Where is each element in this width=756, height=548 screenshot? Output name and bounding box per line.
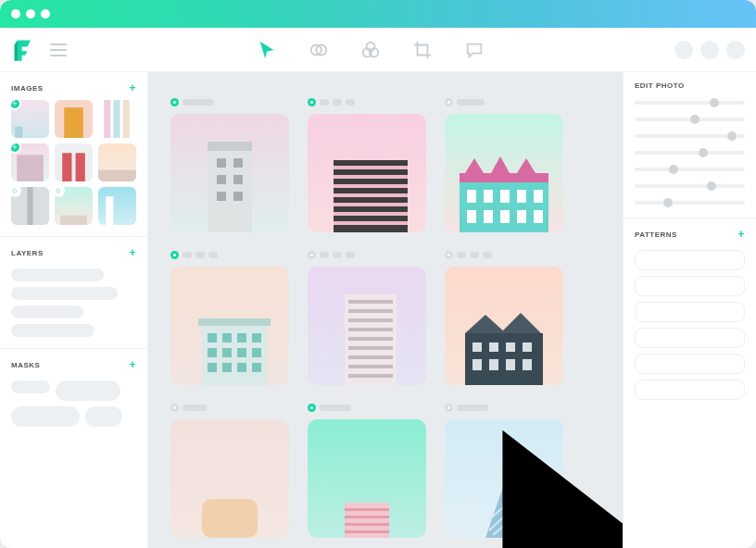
layers-title: LAYERS: [11, 249, 44, 257]
adjust-slider[interactable]: [635, 166, 745, 173]
svg-rect-67: [348, 337, 393, 341]
canvas-card[interactable]: [308, 419, 426, 538]
window-minimize-button[interactable]: [26, 9, 35, 19]
canvas-card[interactable]: [308, 267, 426, 385]
pattern-item[interactable]: [635, 328, 745, 348]
mask-item[interactable]: [11, 406, 80, 427]
add-pattern-button[interactable]: +: [737, 228, 745, 241]
status-dot-icon: [170, 98, 179, 106]
mask-item[interactable]: [56, 380, 120, 401]
card-title: [183, 99, 214, 106]
image-thumb[interactable]: ○: [55, 187, 93, 225]
svg-rect-17: [208, 142, 252, 232]
adjust-slider[interactable]: [635, 116, 745, 123]
adjust-slider[interactable]: [635, 199, 745, 206]
toolbar-right-group: [674, 41, 745, 59]
canvas-card[interactable]: [445, 267, 563, 385]
card-meta: [308, 98, 426, 106]
images-title: IMAGES: [11, 84, 44, 93]
card-meta: [445, 404, 563, 412]
window-titlebar: [0, 0, 756, 28]
image-thumb[interactable]: [98, 187, 136, 225]
svg-rect-88: [345, 530, 389, 533]
image-thumb[interactable]: [55, 143, 93, 181]
card-label: [320, 99, 329, 106]
svg-rect-80: [489, 359, 498, 370]
card-label: [195, 252, 205, 258]
layer-item[interactable]: [11, 324, 94, 337]
svg-rect-28: [334, 184, 408, 188]
card-label: [333, 99, 342, 106]
patterns-section-header: PATTERNS +: [624, 218, 756, 246]
mask-item[interactable]: [11, 380, 50, 393]
card-title: [457, 405, 488, 411]
svg-rect-14: [27, 187, 32, 225]
layer-item[interactable]: [11, 305, 83, 318]
canvas-area[interactable]: [148, 72, 623, 548]
images-section-header: IMAGES +: [0, 72, 147, 100]
adjust-slider[interactable]: [635, 132, 745, 140]
svg-rect-64: [348, 309, 393, 313]
image-thumb[interactable]: [55, 100, 93, 138]
card-meta: [445, 98, 563, 106]
masks-section-header: MASKS +: [0, 349, 147, 377]
window-controls: [11, 9, 50, 19]
combine-tool-icon[interactable]: [309, 40, 329, 60]
menu-icon[interactable]: [50, 44, 67, 56]
canvas-card[interactable]: [170, 114, 289, 232]
svg-rect-21: [217, 175, 226, 184]
svg-rect-81: [506, 359, 515, 370]
svg-rect-18: [208, 142, 252, 151]
adjust-slider[interactable]: [635, 149, 745, 156]
svg-rect-44: [484, 210, 493, 223]
svg-rect-85: [345, 508, 389, 511]
canvas-card[interactable]: [170, 267, 289, 385]
pattern-item[interactable]: [635, 380, 745, 400]
canvas-card[interactable]: [445, 114, 563, 232]
image-thumb[interactable]: [98, 100, 136, 138]
pattern-item[interactable]: [635, 276, 745, 296]
layers-section-header: LAYERS +: [0, 237, 147, 265]
status-dot-icon: [445, 404, 453, 412]
svg-rect-65: [348, 318, 393, 322]
user-avatar[interactable]: [674, 41, 693, 59]
image-thumb[interactable]: [98, 143, 136, 181]
canvas-card[interactable]: [308, 114, 426, 232]
layer-item[interactable]: [11, 287, 118, 300]
canvas-card[interactable]: [170, 419, 289, 538]
mask-list: [0, 377, 147, 438]
status-dot-icon: [308, 251, 316, 259]
pattern-item[interactable]: [635, 250, 745, 270]
app-logo-icon[interactable]: [11, 37, 37, 63]
svg-rect-13: [98, 170, 136, 181]
image-thumb[interactable]: +: [11, 100, 49, 138]
canvas-card[interactable]: [445, 419, 563, 538]
pattern-item[interactable]: [635, 354, 745, 374]
blend-tool-icon[interactable]: [360, 40, 381, 60]
mask-item[interactable]: [85, 406, 122, 427]
adjust-slider[interactable]: [635, 99, 745, 106]
add-layer-button[interactable]: +: [129, 246, 136, 259]
svg-rect-51: [222, 333, 232, 342]
layer-item[interactable]: [11, 268, 104, 281]
image-thumb[interactable]: +: [11, 143, 49, 181]
svg-rect-59: [222, 363, 232, 372]
user-avatar[interactable]: [700, 41, 719, 59]
add-image-button[interactable]: +: [129, 81, 136, 94]
window-maximize-button[interactable]: [41, 9, 50, 19]
svg-rect-52: [237, 333, 246, 342]
card-label: [320, 252, 329, 258]
crop-tool-icon[interactable]: [412, 40, 433, 60]
add-mask-button[interactable]: +: [129, 358, 136, 371]
pointer-tool-icon[interactable]: [257, 40, 277, 60]
more-icon[interactable]: [726, 41, 745, 59]
svg-rect-15: [60, 216, 87, 225]
svg-rect-47: [534, 210, 543, 223]
pattern-item[interactable]: [635, 302, 745, 322]
window-close-button[interactable]: [11, 9, 20, 19]
svg-rect-26: [334, 166, 408, 169]
adjust-slider[interactable]: [635, 182, 745, 190]
image-thumb[interactable]: ○: [11, 187, 49, 225]
svg-rect-46: [517, 210, 526, 223]
comment-tool-icon[interactable]: [464, 40, 485, 60]
